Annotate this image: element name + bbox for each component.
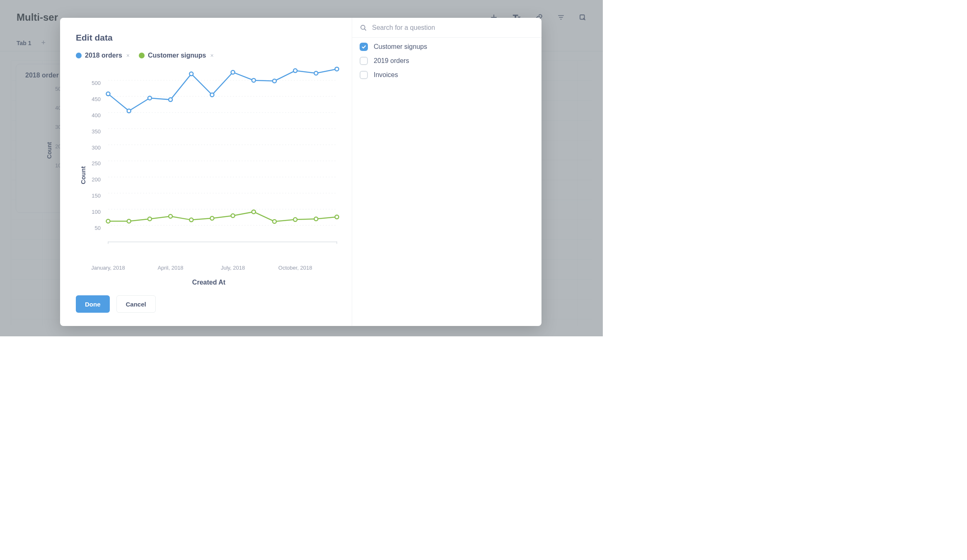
chart-x-ticks: January, 2018April, 2018July, 2018Octobe… (108, 265, 342, 273)
svg-point-26 (106, 219, 110, 223)
question-option-label: Invoices (374, 71, 398, 79)
y-tick-label: 300 (76, 144, 101, 150)
checkbox-checked-icon[interactable] (360, 43, 368, 51)
question-option[interactable]: Customer signups (360, 43, 534, 51)
question-options-list: Customer signups2019 ordersInvoices (352, 38, 542, 84)
svg-point-28 (148, 217, 152, 221)
chart-legend: 2018 orders×Customer signups× (76, 52, 342, 59)
svg-point-15 (127, 109, 131, 113)
legend-label: 2018 orders (85, 52, 122, 59)
svg-point-36 (314, 217, 318, 221)
x-tick-label: October, 2018 (278, 265, 312, 271)
legend-item[interactable]: 2018 orders× (76, 52, 134, 59)
legend-label: Customer signups (148, 52, 206, 59)
search-icon (360, 24, 367, 31)
svg-point-30 (189, 218, 193, 222)
y-tick-label: 350 (76, 128, 101, 134)
x-tick-label: July, 2018 (221, 265, 245, 271)
chart-y-ticks: 50100150200250300350400450500 (76, 64, 101, 261)
svg-point-18 (189, 72, 193, 76)
y-tick-label: 150 (76, 193, 101, 199)
search-input[interactable] (371, 24, 534, 32)
y-tick-label: 200 (76, 176, 101, 183)
y-tick-label: 50 (76, 225, 101, 231)
legend-dot-icon (139, 53, 145, 58)
svg-point-29 (169, 215, 172, 218)
question-option-label: Customer signups (374, 43, 427, 51)
svg-point-14 (106, 92, 110, 96)
y-tick-label: 400 (76, 112, 101, 118)
checkbox-unchecked-icon[interactable] (360, 57, 368, 65)
edit-data-modal: Edit data 2018 orders×Customer signups× … (60, 18, 542, 326)
chart-xlabel: Created At (76, 279, 342, 286)
svg-point-32 (231, 214, 235, 217)
svg-point-25 (335, 67, 339, 71)
y-tick-label: 500 (76, 80, 101, 86)
svg-point-21 (252, 78, 256, 82)
modal-title: Edit data (76, 33, 342, 43)
question-option[interactable]: Invoices (360, 71, 534, 79)
done-button[interactable]: Done (76, 295, 110, 313)
svg-point-31 (210, 216, 214, 220)
svg-point-37 (335, 215, 339, 219)
checkbox-unchecked-icon[interactable] (360, 71, 368, 79)
svg-point-34 (273, 220, 276, 223)
svg-point-22 (273, 79, 276, 83)
svg-point-19 (210, 93, 214, 97)
x-tick-label: April, 2018 (157, 265, 183, 271)
svg-point-17 (169, 98, 172, 101)
line-chart (76, 62, 341, 269)
svg-point-24 (314, 71, 318, 75)
svg-point-27 (127, 219, 131, 223)
question-option[interactable]: 2019 orders (360, 57, 534, 65)
legend-item[interactable]: Customer signups× (139, 52, 218, 59)
svg-point-35 (293, 218, 297, 222)
cancel-button[interactable]: Cancel (116, 295, 156, 313)
svg-point-33 (252, 210, 256, 214)
x-tick-label: January, 2018 (91, 265, 125, 271)
legend-remove-icon[interactable]: × (210, 52, 218, 59)
y-tick-label: 450 (76, 96, 101, 102)
y-tick-label: 250 (76, 160, 101, 167)
svg-point-16 (148, 96, 152, 100)
question-option-label: 2019 orders (374, 57, 409, 65)
legend-remove-icon[interactable]: × (126, 52, 134, 59)
legend-dot-icon (76, 53, 82, 58)
svg-point-20 (231, 70, 235, 74)
y-tick-label: 100 (76, 209, 101, 215)
svg-point-23 (293, 69, 297, 72)
chart-area: Count 50100150200250300350400450500 Janu… (76, 62, 342, 289)
